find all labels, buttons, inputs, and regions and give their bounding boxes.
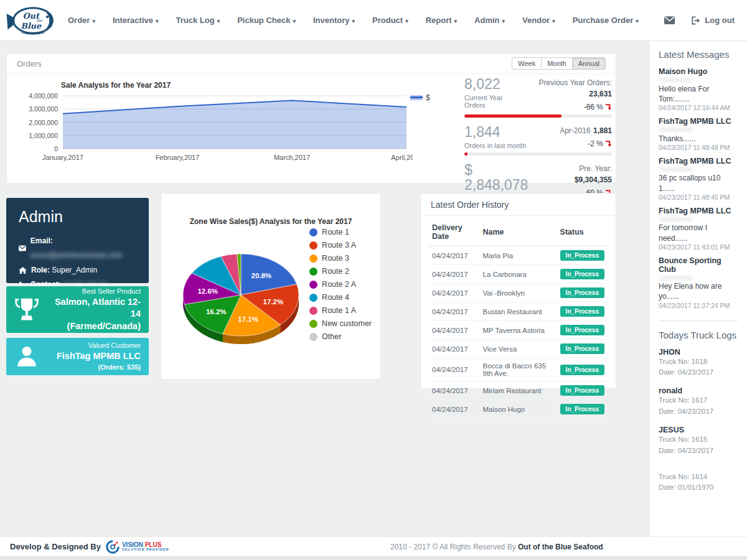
pie-legend-item: Route 4	[309, 293, 372, 302]
stat-progress-track	[464, 114, 612, 118]
latest-messages-title: Latest Messages	[659, 49, 738, 60]
nav-item-product[interactable]: Product▾	[364, 9, 417, 31]
range-annual-button[interactable]: Annual	[572, 57, 606, 70]
message-item[interactable]: FishTag MPMB LLC +xxxxxxxxxxx Thanks....…	[659, 117, 738, 151]
stat-progress-fill	[464, 114, 561, 118]
stat-label: Current Year Orders	[464, 94, 521, 109]
message-phone-redacted: +xxxxxxxxxxx	[659, 76, 738, 84]
svg-text:January,2017: January,2017	[42, 154, 83, 161]
svg-text:17.1%: 17.1%	[238, 315, 258, 323]
status-badge: In_Process	[560, 404, 604, 414]
messages-envelope-icon[interactable]	[664, 16, 675, 24]
legend-dot	[309, 281, 317, 289]
legend-dot	[309, 333, 317, 341]
svg-text:March,2017: March,2017	[274, 154, 310, 161]
best-seller-tagline: Best Seller Product	[47, 287, 141, 296]
order-history-table: Delivery Date Name Status 04/24/2017Mari…	[429, 218, 608, 419]
bottom-strip	[0, 556, 747, 560]
company-logo[interactable]: Out the Blue	[0, 4, 59, 37]
area-chart-canvas: 01,000,0002,000,0003,000,0004,000,000Jan…	[14, 90, 413, 164]
level-down-icon	[605, 140, 612, 147]
fish-logo-icon: Out the Blue	[6, 4, 54, 37]
pie-legend-item: Route 2 A	[309, 280, 372, 289]
nav-item-admin[interactable]: Admin▾	[466, 9, 514, 31]
status-badge: In_Process	[560, 250, 604, 261]
table-row: 04/24/2017Maria PiaIn_Process	[429, 246, 608, 265]
nav-item-order[interactable]: Order▾	[59, 9, 104, 31]
table-row: 04/24/2017Vai -BrooklynIn_Process	[429, 284, 608, 302]
message-item[interactable]: Bounce Sporting Club +xxxxxxxxxxx Hey El…	[659, 256, 738, 309]
nav-item-inventory[interactable]: Inventory▾	[304, 9, 364, 31]
area-chart-title: Sale Analysis for the Year 2017	[61, 81, 171, 90]
pie-chart-title: Zone Wise Sales($) Analysis for the Year…	[161, 194, 380, 226]
order-history-title: Latest Order History	[421, 194, 616, 216]
nav-item-truck-log[interactable]: Truck Log▾	[167, 9, 229, 31]
range-toggle-group: Week Month Annual	[512, 57, 606, 70]
svg-text:16.2%: 16.2%	[206, 308, 227, 315]
chevron-down-icon: ▾	[156, 18, 159, 24]
svg-text:20.8%: 20.8%	[251, 272, 271, 279]
status-badge: In_Process	[560, 325, 604, 335]
admin-role-value: Super_Admin	[52, 266, 97, 274]
nav-item-pickup-check[interactable]: Pickup Check▾	[228, 9, 304, 31]
envelope-icon	[19, 245, 26, 251]
logout-button[interactable]: Log out	[691, 16, 735, 25]
svg-text:February,2017: February,2017	[156, 154, 200, 161]
best-seller-card: Best Seller Product Salmon, Atlantic 12-…	[6, 286, 149, 333]
admin-email-value: xxxxx@premiumocean.com	[31, 251, 123, 259]
range-week-button[interactable]: Week	[512, 57, 542, 70]
pie-chart-canvas: 20.8%17.2%17.1%16.2%12.6%	[167, 240, 314, 365]
table-row: 04/24/2017Bustan RestaurantIn_Process	[429, 302, 608, 321]
message-item[interactable]: FishTag MPMB LLC +xxxxxxxxxxx 36 pc scal…	[659, 157, 738, 201]
status-badge: In_Process	[560, 385, 604, 396]
best-seller-product: Salmon, Atlantic 12-14	[47, 296, 141, 320]
nav-item-interactive[interactable]: Interactive▾	[104, 9, 167, 31]
range-month-button[interactable]: Month	[541, 57, 573, 70]
message-item[interactable]: FishTag MPMB LLC +xxxxxxxxxxx For tomorr…	[659, 207, 738, 251]
latest-order-history-panel: Latest Order History Delivery Date Name …	[420, 193, 616, 389]
svg-text:4,000,000: 4,000,000	[29, 92, 58, 100]
stat-value: $ 2,848,078	[464, 162, 540, 192]
svg-text:April,2017: April,2017	[391, 154, 413, 161]
table-row: 04/24/2017Maison HugoIn_Process	[429, 400, 608, 419]
vision-plus-logo[interactable]: VISION PLUS SOLUTION PROVIDER	[106, 540, 169, 554]
col-delivery-date: Delivery Date	[429, 218, 479, 246]
table-row: 04/24/2017Vice VersaIn_Process	[429, 340, 608, 358]
svg-text:12.6%: 12.6%	[197, 287, 218, 295]
stat-value: 1,844	[464, 124, 526, 139]
stat-label: Orders in last month	[464, 142, 526, 149]
table-row: 04/24/2017La CarbonaraIn_Process	[429, 265, 608, 284]
sales-area-chart: Sale Analysis for the Year 2017 01,000,0…	[14, 81, 425, 180]
chevron-down-icon: ▾	[405, 18, 408, 24]
chevron-down-icon: ▾	[217, 18, 220, 24]
chevron-down-icon: ▾	[502, 18, 505, 24]
legend-dot	[309, 268, 317, 276]
legend-dot	[309, 294, 317, 302]
message-phone-redacted: +xxxxxxxxxxx	[659, 166, 738, 174]
dashboard-page: Out the Blue Order▾ Interactive▾ Truck L…	[0, 0, 747, 560]
svg-text:1,000,000: 1,000,000	[29, 132, 58, 139]
nav-item-purchase-order[interactable]: Purchase Order▾	[564, 9, 647, 31]
stat-progress-fill	[464, 152, 467, 156]
status-badge: In_Process	[560, 287, 604, 298]
message-item[interactable]: Maison Hugo +xxxxxxxxxxx Hello elena For…	[659, 67, 738, 111]
chevron-down-icon: ▾	[552, 18, 555, 24]
pie-legend-item: Route 1 A	[309, 306, 372, 315]
legend-line-swatch	[410, 95, 423, 100]
message-phone-redacted: +xxxxxxxxxxx	[659, 274, 738, 282]
message-phone-redacted: +xxxxxxxxxxx	[659, 215, 738, 223]
stat-progress-track	[464, 152, 612, 156]
svg-text:0: 0	[54, 145, 58, 152]
table-row: 04/24/2017Miriam RestaurantIn_Process	[429, 381, 608, 400]
svg-text:Blue: Blue	[21, 21, 42, 30]
pie-legend: Route 1 Route 3 A Route 3 Route 2 Route …	[309, 228, 372, 345]
valued-customer-name: FishTag MPMB LLC	[47, 350, 141, 363]
right-sidebar: Latest Messages Maison Hugo +xxxxxxxxxxx…	[649, 41, 747, 536]
footer-copyright: 2010 - 2017 © All Rights Reserved By Out…	[390, 543, 605, 551]
pie-legend-item: New customer	[309, 319, 372, 328]
nav-item-report[interactable]: Report▾	[417, 9, 466, 31]
legend-dot	[309, 307, 317, 315]
status-badge: In_Process	[560, 269, 604, 279]
chevron-down-icon: ▾	[293, 18, 296, 24]
nav-item-vendor[interactable]: Vendor▾	[514, 9, 564, 31]
